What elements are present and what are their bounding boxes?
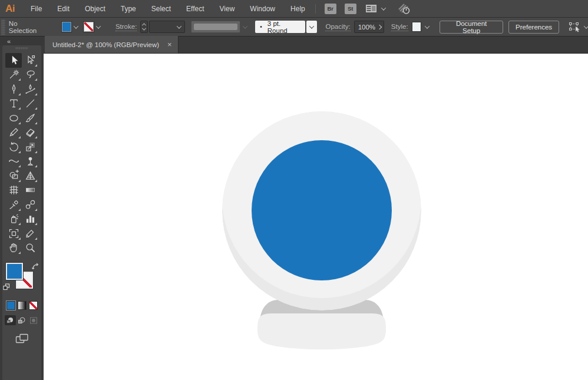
document-area: Untitled-2* @ 100% (RGB/Preview) × — [44, 37, 588, 380]
menu-type[interactable]: Type — [113, 0, 144, 17]
stroke-weight-chevron-icon[interactable] — [177, 24, 181, 28]
scale-tool[interactable] — [22, 140, 38, 154]
document-tab-bar: Untitled-2* @ 100% (RGB/Preview) × — [44, 37, 588, 54]
fill-indicator-swatch[interactable] — [6, 263, 23, 280]
lasso-tool[interactable] — [22, 68, 38, 82]
selection-tool[interactable] — [5, 53, 22, 68]
type-tool[interactable] — [5, 97, 22, 111]
eyedropper-tool[interactable] — [5, 197, 22, 212]
change-screen-mode-icon[interactable] — [15, 333, 28, 346]
power-icon[interactable] — [397, 2, 411, 15]
tools-panel-body — [2, 45, 41, 380]
width-profile-dropdown — [191, 21, 240, 33]
gradient-button[interactable] — [18, 301, 27, 310]
menu-view[interactable]: View — [212, 0, 243, 17]
workspace-chevron-down-icon[interactable] — [381, 5, 385, 10]
controlbar-grip[interactable] — [1, 19, 5, 35]
shape-builder-tool[interactable] — [5, 168, 22, 183]
brush-dot-icon: • — [260, 24, 262, 30]
symbol-sprayer-tool-icon — [8, 213, 20, 225]
bridge-button[interactable]: Br — [325, 4, 336, 14]
drawing-mode-buttons — [5, 315, 39, 325]
swap-fill-stroke-icon[interactable] — [32, 262, 39, 273]
shaper-tool-icon — [8, 126, 20, 138]
fill-color-swatch[interactable] — [62, 22, 72, 32]
stroke-weight-combo[interactable] — [149, 21, 185, 33]
menu-edit[interactable]: Edit — [49, 0, 77, 17]
pen-tool[interactable] — [5, 82, 22, 97]
symbol-sprayer-tool[interactable] — [5, 212, 22, 227]
puppet-warp-tool[interactable] — [22, 154, 38, 169]
puppet-warp-tool-icon — [24, 155, 37, 167]
stroke-label[interactable]: Stroke: — [115, 23, 137, 31]
ellipse-tool[interactable] — [5, 111, 22, 125]
default-fill-stroke-icon[interactable] — [3, 282, 10, 293]
stock-button[interactable]: St — [345, 4, 356, 14]
paintbrush-tool[interactable] — [22, 111, 38, 125]
document-setup-button[interactable]: Document Setup — [440, 21, 503, 34]
menubar-divider — [315, 4, 316, 14]
opacity-label[interactable]: Opacity: — [325, 23, 350, 31]
perspective-grid-tool[interactable] — [22, 168, 38, 183]
menu-help[interactable]: Help — [283, 0, 313, 17]
mesh-tool[interactable] — [5, 183, 22, 198]
brush-chevron-button[interactable] — [306, 21, 318, 33]
gradient-tool[interactable] — [22, 183, 38, 198]
lens-shape — [252, 140, 392, 280]
artboard-tool[interactable] — [5, 226, 22, 241]
close-tab-icon[interactable]: × — [167, 41, 172, 48]
opacity-field[interactable]: 100% — [354, 21, 384, 33]
blend-tool[interactable] — [22, 197, 38, 212]
document-tab[interactable]: Untitled-2* @ 100% (RGB/Preview) × — [45, 36, 179, 53]
style-label[interactable]: Style: — [391, 23, 408, 31]
line-segment-tool[interactable] — [22, 97, 38, 111]
workspace-switcher-icon[interactable] — [365, 4, 377, 14]
preferences-button[interactable]: Preferences — [508, 21, 559, 34]
stepper-down-icon[interactable] — [142, 27, 146, 31]
ellipse-tool-icon — [8, 112, 20, 124]
brush-definition-combo[interactable]: • 3 pt. Round — [255, 21, 305, 33]
gradient-tool-icon — [24, 184, 37, 196]
stand-base-shape — [257, 313, 386, 349]
select-similar-icon[interactable] — [569, 22, 582, 32]
collapse-panel-button[interactable]: « — [7, 38, 11, 45]
menu-object[interactable]: Object — [77, 0, 113, 17]
fill-chevron-down-icon[interactable] — [74, 24, 78, 28]
stroke-weight-stepper[interactable] — [140, 21, 148, 33]
eraser-tool[interactable] — [22, 125, 38, 140]
magic-wand-tool-icon — [8, 68, 20, 81]
width-tool[interactable] — [5, 154, 22, 169]
panel-drag-grip[interactable] — [15, 47, 28, 49]
menu-effect[interactable]: Effect — [179, 0, 212, 17]
hand-tool[interactable] — [5, 241, 22, 256]
curvature-tool[interactable] — [22, 82, 38, 97]
style-swatch[interactable] — [412, 22, 422, 32]
tools-panel-header: « — [0, 37, 44, 45]
direct-selection-tool[interactable] — [22, 53, 38, 68]
no-selection-label: No Selection — [9, 20, 47, 34]
lasso-tool-icon — [24, 68, 37, 81]
select-similar-chevron-icon[interactable] — [584, 24, 588, 28]
stroke-chevron-down-icon[interactable] — [96, 24, 101, 28]
none-button[interactable] — [29, 301, 38, 310]
menu-select[interactable]: Select — [144, 0, 179, 17]
shaper-tool[interactable] — [5, 125, 22, 140]
zoom-tool[interactable] — [22, 241, 38, 256]
draw-normal-button[interactable] — [5, 315, 16, 325]
artboard-canvas[interactable] — [44, 54, 588, 380]
main-area: « — [0, 37, 588, 380]
draw-behind-button[interactable] — [16, 315, 28, 325]
paintbrush-tool-icon — [24, 112, 37, 124]
color-button[interactable] — [6, 301, 15, 310]
rotate-tool[interactable] — [5, 140, 22, 154]
column-graph-tool[interactable] — [22, 212, 38, 227]
stroke-color-swatch[interactable] — [84, 22, 94, 32]
menu-window[interactable]: Window — [242, 0, 283, 17]
hand-tool-icon — [8, 242, 20, 254]
menu-file[interactable]: File — [23, 0, 49, 17]
magic-wand-tool[interactable] — [5, 68, 22, 82]
opacity-panel-arrow-icon[interactable] — [377, 24, 382, 29]
style-chevron-down-icon[interactable] — [425, 24, 430, 28]
curvature-tool-icon — [24, 83, 37, 95]
slice-tool[interactable] — [22, 226, 38, 241]
